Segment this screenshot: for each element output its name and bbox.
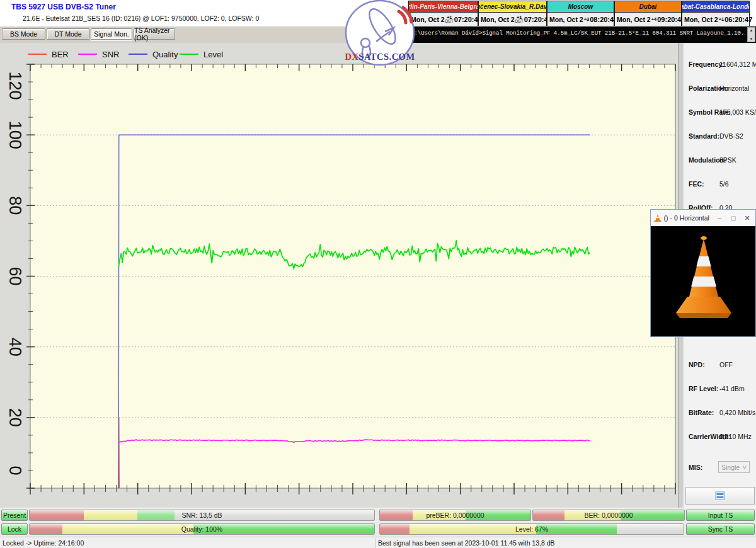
chevron-down-icon: ˅ xyxy=(743,464,747,471)
tab-signal-mon[interactable]: Signal Mon. xyxy=(91,28,132,40)
param-value: DVB-S2 xyxy=(719,132,743,140)
present-button[interactable]: Present xyxy=(1,510,28,521)
clock-date: Mon, Oct 2 xyxy=(411,16,445,23)
clock-utc-offset: +4 xyxy=(651,17,657,22)
command-prompt-window[interactable]: C:\Users\Roman Dávid>Signal Monitoring_P… xyxy=(408,26,756,43)
param-value: 5/6 xyxy=(719,180,729,188)
snr-bar: SNR: 13,5 dB xyxy=(29,510,375,521)
param-value: OFF xyxy=(719,361,733,368)
vlc-window: () - 0 Horizontal 0... – □ ✕ xyxy=(650,209,756,337)
quality-bar: Quality: 100% xyxy=(29,523,375,535)
maximize-button[interactable]: □ xyxy=(728,214,739,222)
level-bar: Level: 67% xyxy=(379,523,684,535)
vlc-window-title: () - 0 Horizontal 0... xyxy=(664,214,712,222)
lock-button[interactable]: Lock xyxy=(1,523,28,535)
clock-city: Lučenec-Slovakia_R.Dávid xyxy=(479,1,546,13)
app-title: TBS 5927 USB DVB-S2 Tuner xyxy=(11,3,116,11)
clock-moscow: Moscow Mon, Oct 2+308:20:47 xyxy=(547,1,614,26)
scroll-down-icon[interactable]: ▼ xyxy=(750,37,753,41)
clock-utc-offset: +3 xyxy=(584,17,590,22)
statusbar-divider xyxy=(375,538,376,548)
clock-time: 09:20:47 xyxy=(657,16,685,23)
ber-value: BER: 0,0000000 xyxy=(533,511,684,519)
quality-line-swatch xyxy=(129,54,147,55)
svg-text:100: 100 xyxy=(6,121,25,149)
list-icon xyxy=(715,491,725,500)
snr-line-swatch xyxy=(78,54,97,55)
scroll-up-icon[interactable]: ▲ xyxy=(750,28,753,32)
clock-date: Mon, Oct 2 xyxy=(684,16,718,23)
statusbar: Locked -> Uptime: 24:16:00 Best signal h… xyxy=(0,537,756,548)
svg-text:0: 0 xyxy=(6,465,25,475)
console-scrollbar[interactable]: ▲ ▼ xyxy=(747,27,755,42)
vlc-cone-icon xyxy=(653,214,662,222)
svg-text:40: 40 xyxy=(6,338,25,357)
vlc-cone-logo xyxy=(651,231,755,332)
clock-berlin: Berlin-Paris-Vienna-Belgrade Mon, Oct 2+… xyxy=(408,1,478,26)
param-label: Standard: xyxy=(689,132,719,140)
sync-ts-button[interactable]: Sync TS xyxy=(686,523,755,535)
signal-chart-panel: BER SNR Quality Level 020406080100120 xyxy=(0,43,678,508)
clock-date: Mon, Oct 2 xyxy=(549,16,583,23)
clock-city: Berlin-Paris-Vienna-Belgrade xyxy=(409,1,478,13)
clock-city: Moscow xyxy=(547,1,614,13)
quality-value: Quality: 100% xyxy=(30,525,374,533)
svg-text:120: 120 xyxy=(6,71,25,100)
ber-bar: BER: 0,0000000 xyxy=(532,510,685,521)
param-value: 8PSK xyxy=(719,156,736,164)
mis-label: MIS: xyxy=(689,464,702,471)
status-bars-region: Present SNR: 13,5 dB preBER: 0,0000000 B… xyxy=(0,508,756,537)
snr-value: SNR: 13,5 dB xyxy=(30,511,374,519)
level-line-swatch xyxy=(180,54,198,55)
legend-ber: BER xyxy=(28,49,69,59)
clock-date: Mon, Oct 2 xyxy=(481,16,515,23)
command-prompt-text: C:\Users\Roman Dávid>Signal Monitoring_P… xyxy=(411,30,745,37)
param-value: 0,420 Mbit/s xyxy=(719,409,755,416)
clock-time: 06:20:47 xyxy=(724,16,752,23)
clock-city: Dubai xyxy=(615,1,681,13)
param-value: 175,003 KS/s xyxy=(719,108,756,116)
ber-line-swatch xyxy=(28,54,47,55)
minimize-button[interactable]: – xyxy=(714,214,725,222)
legend-snr: SNR xyxy=(78,49,119,59)
param-label: RF Level: xyxy=(689,385,718,392)
clock-city: Rabat-Casablanca-London xyxy=(682,1,749,13)
best-signal-status: Best signal has been seen at 2023-10-01 … xyxy=(378,539,555,547)
screen: { "window": { "title": "TBS 5927 USB DVB… xyxy=(0,0,756,548)
lock-uptime-status: Locked -> Uptime: 24:16:00 xyxy=(3,539,84,547)
vlc-titlebar[interactable]: () - 0 Horizontal 0... – □ ✕ xyxy=(651,210,755,226)
legend-level: Level xyxy=(180,49,223,59)
param-value: 11604,312 MHz xyxy=(719,60,756,68)
level-value: Level: 67% xyxy=(380,525,684,533)
param-value: Horizontal xyxy=(719,84,749,92)
param-label: BitRate: xyxy=(689,409,714,416)
svg-text:80: 80 xyxy=(6,196,25,215)
clock-dst-flag: DST xyxy=(445,20,454,24)
preber-bar: preBER: 0,0000000 xyxy=(379,510,531,521)
preber-value: preBER: 0,0000000 xyxy=(380,511,530,519)
close-button[interactable]: ✕ xyxy=(742,214,753,222)
tab-dt-mode[interactable]: DT Mode xyxy=(47,28,89,40)
param-value: 0,210 MHz xyxy=(719,433,752,440)
transponder-info: 21.6E - Eutelsat 21B_SES 16 (ID: 0216) @… xyxy=(23,14,259,22)
clock-dubai: Dubai Mon, Oct 2+409:20:47 xyxy=(614,1,682,26)
svg-text:60: 60 xyxy=(6,266,25,285)
clock-dst-flag: DST xyxy=(515,20,524,24)
clock-rabat: Rabat-Casablanca-London Mon, Oct 2+106:2… xyxy=(682,1,750,26)
logo-text: DXSATCS.COM xyxy=(345,52,415,62)
mis-select[interactable]: Single ˅ xyxy=(718,461,750,473)
clock-time: 08:20:47 xyxy=(590,16,617,23)
param-label: NPD: xyxy=(689,361,705,368)
param-label: FEC: xyxy=(689,180,704,188)
signal-history-chart: 020406080100120 xyxy=(0,43,678,508)
param-value: -41 dBm xyxy=(719,385,745,392)
svg-text:20: 20 xyxy=(6,408,25,427)
panel-bottom-button[interactable] xyxy=(685,487,755,505)
clock-date: Mon, Oct 2 xyxy=(617,16,651,23)
tab-bs-mode[interactable]: BS Mode xyxy=(2,28,45,40)
legend-quality: Quality xyxy=(129,49,178,59)
input-ts-button[interactable]: Input TS xyxy=(686,510,755,521)
tab-ts-analyzer[interactable]: TS Analyzer (OK) xyxy=(134,28,175,40)
vlc-video-area xyxy=(651,226,755,336)
dxsatcs-logo: DXSATCS.COM xyxy=(345,0,415,67)
